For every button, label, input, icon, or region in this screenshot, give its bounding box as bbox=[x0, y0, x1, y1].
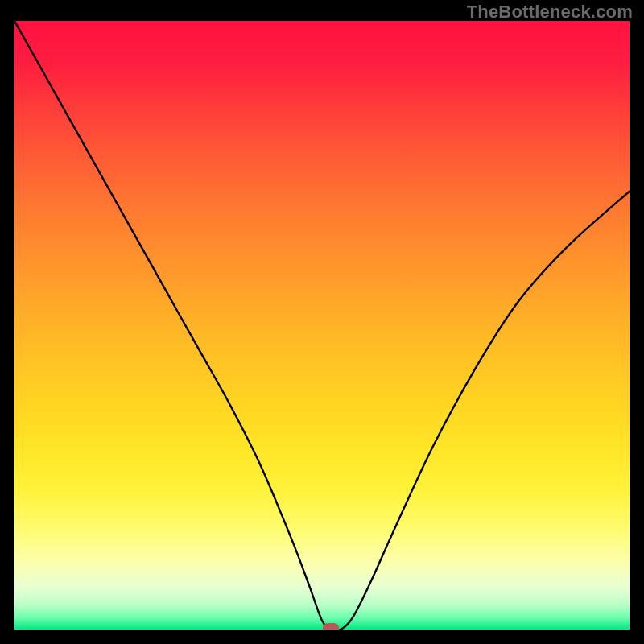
watermark-text: TheBottleneck.com bbox=[467, 2, 633, 23]
bottleneck-curve bbox=[14, 21, 630, 630]
plot-area bbox=[14, 21, 630, 630]
optimal-marker bbox=[323, 623, 339, 630]
chart-frame: TheBottleneck.com bbox=[0, 0, 644, 644]
